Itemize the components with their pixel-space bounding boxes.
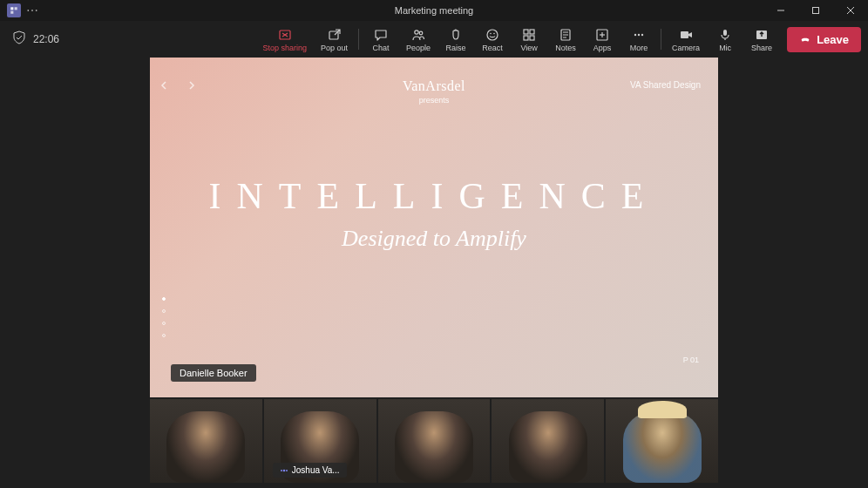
titlebar: ⋯ Marketing meeting <box>0 0 868 21</box>
svg-rect-31 <box>723 30 727 36</box>
chat-icon <box>374 27 388 43</box>
more-options-icon[interactable]: ⋯ <box>26 3 38 17</box>
more-button[interactable]: More <box>620 22 657 57</box>
participant-tile[interactable] <box>378 399 491 483</box>
minimize-button[interactable] <box>763 0 798 21</box>
divider <box>661 29 661 50</box>
svg-rect-17 <box>530 30 534 34</box>
slide-dot[interactable] <box>162 334 166 337</box>
app-icon <box>7 3 21 17</box>
meeting-title: Marketing meeting <box>395 5 474 16</box>
participant-tile[interactable] <box>606 399 718 483</box>
react-button[interactable]: React <box>474 22 511 57</box>
avatar <box>623 411 702 483</box>
content-area: VanArsdel presents VA Shared Design INTE… <box>150 58 718 485</box>
svg-point-14 <box>490 32 492 34</box>
shield-icon <box>12 30 26 48</box>
avatar <box>395 411 473 483</box>
participants-strip: Joshua Va... <box>150 399 718 483</box>
meeting-toolbar: 22:06 Stop sharing Pop out Chat People <box>0 21 868 58</box>
svg-rect-30 <box>681 31 688 38</box>
view-icon <box>522 27 536 43</box>
svg-rect-2 <box>10 11 13 14</box>
participant-tile[interactable] <box>150 399 262 483</box>
slide-dot[interactable] <box>162 322 166 325</box>
people-button[interactable]: People <box>399 22 437 57</box>
more-icon <box>632 27 646 43</box>
svg-point-33 <box>281 470 282 471</box>
meeting-timer: 22:06 <box>33 33 59 45</box>
participant-tile[interactable]: Joshua Va... <box>264 399 376 483</box>
svg-rect-19 <box>530 36 534 40</box>
page-number: P 01 <box>683 356 699 364</box>
chat-button[interactable]: Chat <box>363 22 399 57</box>
share-button[interactable]: Share <box>743 22 780 57</box>
svg-rect-4 <box>813 8 819 14</box>
raise-hand-button[interactable]: Raise <box>437 22 474 57</box>
camera-button[interactable]: Camera <box>665 22 707 57</box>
leave-icon <box>799 32 811 47</box>
slide-subhead: Designed to Amplify <box>150 226 718 252</box>
slide-headline: INTELLIGENCE <box>150 175 718 217</box>
mic-button[interactable]: Mic <box>707 22 743 57</box>
mic-icon <box>718 27 732 43</box>
svg-point-27 <box>634 33 636 35</box>
participant-tile[interactable] <box>492 399 604 483</box>
svg-point-28 <box>638 33 640 35</box>
speaking-icon <box>280 466 288 475</box>
brand-name: VanArsdel <box>403 78 465 94</box>
svg-point-15 <box>493 32 495 34</box>
svg-point-34 <box>282 469 285 471</box>
notes-icon <box>559 27 573 43</box>
svg-rect-0 <box>10 7 13 10</box>
raise-hand-icon <box>449 27 463 43</box>
camera-icon <box>679 27 693 43</box>
divider <box>358 29 359 50</box>
react-icon <box>485 27 499 43</box>
svg-point-13 <box>487 30 498 40</box>
slide-indicator-dots <box>162 297 166 337</box>
participant-name-label: Joshua Va... <box>273 463 347 478</box>
presentation-slide: VanArsdel presents VA Shared Design INTE… <box>150 58 718 397</box>
slide-dot[interactable] <box>162 309 166 313</box>
svg-point-12 <box>419 31 423 35</box>
next-slide-button[interactable] <box>186 78 199 91</box>
slide-tag: VA Shared Design <box>630 80 701 90</box>
people-icon <box>411 27 425 43</box>
apps-button[interactable]: Apps <box>584 22 620 57</box>
pop-out-icon <box>328 27 342 43</box>
prev-slide-button[interactable] <box>159 78 171 91</box>
avatar <box>166 411 245 483</box>
close-button[interactable] <box>833 0 868 21</box>
notes-button[interactable]: Notes <box>547 22 584 57</box>
pop-out-button[interactable]: Pop out <box>314 22 355 57</box>
leave-button[interactable]: Leave <box>787 27 861 52</box>
slide-dot[interactable] <box>162 297 166 301</box>
view-button[interactable]: View <box>511 22 547 57</box>
svg-point-11 <box>415 30 418 33</box>
svg-point-29 <box>641 33 643 35</box>
apps-icon <box>595 27 609 43</box>
presenter-label: Danielle Booker <box>171 364 256 382</box>
stop-sharing-button[interactable]: Stop sharing <box>256 22 315 57</box>
maximize-button[interactable] <box>798 0 833 21</box>
svg-rect-1 <box>15 7 17 10</box>
avatar <box>509 411 587 483</box>
svg-rect-18 <box>524 36 528 40</box>
share-icon <box>755 27 769 43</box>
svg-point-35 <box>286 470 288 471</box>
brand-subtitle: presents <box>403 96 465 105</box>
svg-rect-16 <box>524 30 528 34</box>
stop-sharing-icon <box>278 27 292 43</box>
